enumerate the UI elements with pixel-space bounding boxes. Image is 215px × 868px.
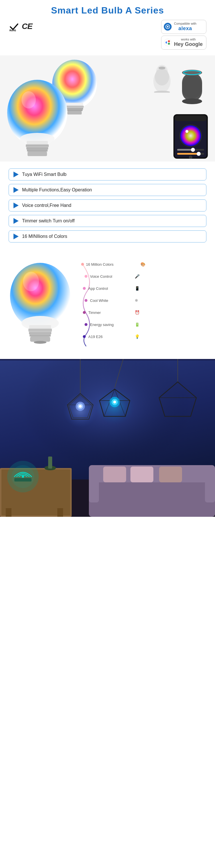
alexa-label: alexa [174,26,196,32]
feature-text-1: Tuya WiFi Smart Bulb [22,172,67,177]
svg-point-67 [84,275,87,278]
rohs-icon: RoHS [9,21,20,32]
svg-rect-134 [103,467,126,482]
play-arrow-icon-1 [13,172,19,177]
svg-point-47 [191,148,195,152]
alexa-text: Compatible with alexa [174,22,196,32]
alexa-badge: Compatible with alexa [161,20,206,34]
svg-rect-26 [28,152,47,156]
feature-text-5: 16 MINIlions of Colors [22,234,67,239]
svg-text:❄: ❄ [135,298,138,303]
svg-text:🎤: 🎤 [135,274,140,279]
feature-item-3: Voice control,Free Hand [9,199,206,212]
feature-item-5: 16 MINIlions of Colors [9,230,206,243]
svg-rect-25 [27,150,47,152]
svg-point-62 [34,341,46,344]
rohs-badge: RoHS [9,21,20,32]
alexa-icon [164,23,172,31]
svg-text:⏰: ⏰ [135,310,140,315]
google-text: works with Hey Google [174,38,203,48]
svg-rect-14 [67,111,82,115]
svg-point-32 [154,91,170,93]
mobile-phone [172,113,209,161]
svg-point-30 [155,68,169,86]
svg-rect-129 [48,457,52,469]
voice-badges: Compatible with alexa works with Hey Goo… [161,20,206,50]
svg-point-70 [83,287,86,290]
svg-rect-133 [205,468,215,502]
svg-point-3 [167,26,169,28]
hey-google-label: Hey Google [174,41,203,48]
cert-badges: RoHS CE [9,20,32,32]
svg-point-27 [22,91,36,108]
svg-rect-20 [27,141,48,144]
features-section: Tuya WiFi Smart Bulb Multiple Functions,… [0,161,215,253]
svg-text:Timmer: Timmer [88,310,101,315]
info-bulb-svg [6,258,75,347]
svg-rect-140 [14,478,32,482]
svg-point-8 [167,41,169,43]
svg-point-114 [113,401,116,403]
dark-room-section [0,359,215,517]
svg-rect-126 [6,508,11,517]
svg-rect-127 [57,508,63,517]
info-section: 16 Million Colors 🎨 Voice Control 🎤 App … [0,253,215,359]
bulb-info-illustration [6,258,75,349]
svg-point-43 [180,125,201,146]
play-arrow-icon-5 [13,234,19,239]
svg-text:Voice Control: Voice Control [90,274,112,279]
ce-label: CE [22,22,32,31]
svg-text:Energy saving: Energy saving [90,322,113,327]
svg-point-76 [83,311,86,314]
info-right: 16 Million Colors 🎨 Voice Control 🎤 App … [77,258,209,350]
play-arrow-icon-3 [13,203,19,208]
svg-point-73 [84,299,87,302]
feature-item-1: Tuya WiFi Smart Bulb [9,168,206,181]
svg-point-63 [23,272,39,291]
svg-point-64 [81,263,84,266]
svg-text:🎨: 🎨 [140,262,146,267]
header-section: Smart Led Bulb A Series RoHS CE [0,0,215,55]
echo-svg [178,67,206,104]
echo-speaker [178,67,206,105]
badges-row: RoHS CE Compatible with alexa [6,20,209,50]
compatible-with-label: Compatible with [174,22,196,26]
feature-item-4: Timmer switch Turn on/off [9,215,206,227]
feature-text-2: Multiple Functions,Easy Operation [22,187,92,192]
svg-text:16 Million Colors: 16 Million Colors [86,262,114,267]
svg-point-82 [83,335,86,338]
dark-room-svg [0,359,215,517]
svg-point-139 [22,475,24,478]
page-title: Smart Led Bulb A Series [6,5,209,16]
svg-text:💡: 💡 [135,334,140,339]
feature-item-2: Multiple Functions,Easy Operation [9,184,206,196]
info-curve-svg: 16 Million Colors 🎨 Voice Control 🎤 App … [77,258,164,347]
smart-speaker [149,61,175,94]
svg-text:A19 E26: A19 E26 [88,335,103,339]
hero-area [0,55,215,161]
svg-rect-34 [182,75,202,98]
svg-rect-59 [30,334,51,337]
feature-text-3: Voice control,Free Hand [22,203,71,208]
svg-point-44 [185,130,188,133]
svg-rect-41 [175,115,207,121]
svg-rect-87 [0,359,215,361]
svg-text:🔋: 🔋 [135,322,140,327]
play-arrow-icon-2 [13,187,19,193]
svg-rect-10 [66,103,83,105]
svg-text:RoHS: RoHS [9,29,16,32]
bulbs-svg [0,55,123,161]
svg-point-100 [79,405,82,408]
works-with-label: works with [174,38,203,41]
svg-rect-21 [26,144,49,147]
svg-rect-11 [65,105,84,108]
play-arrow-icon-4 [13,218,19,224]
svg-rect-135 [131,467,153,482]
svg-rect-46 [177,149,193,151]
speaker-svg [149,61,175,93]
svg-point-50 [196,152,201,156]
svg-point-79 [84,323,87,326]
phone-svg [172,113,209,160]
svg-text:Cool White: Cool White [90,299,108,303]
svg-text:App Control: App Control [88,286,108,291]
